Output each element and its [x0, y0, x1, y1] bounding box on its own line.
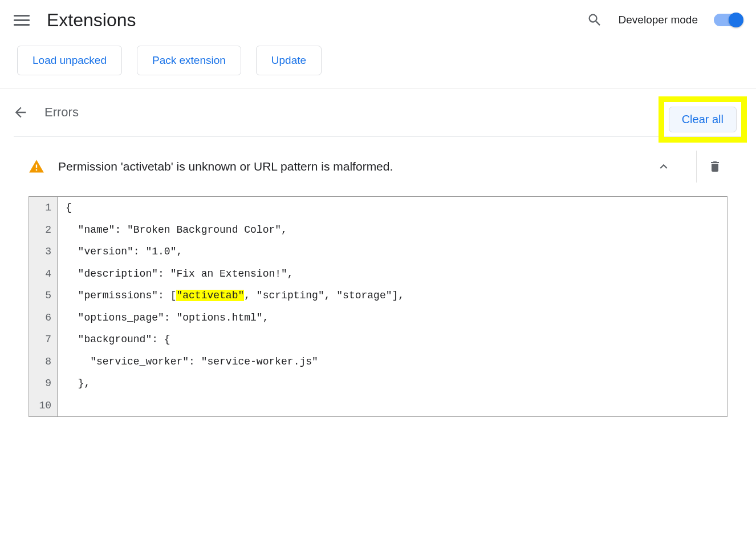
- line-number: 9: [35, 372, 51, 395]
- error-entry: Permission 'activetab' is unknown or URL…: [29, 137, 727, 196]
- code-line: "name": "Broken Background Color",: [66, 219, 404, 241]
- code-line: "background": {: [66, 329, 404, 351]
- load-unpacked-button[interactable]: Load unpacked: [17, 46, 122, 75]
- error-content: Permission 'activetab' is unknown or URL…: [0, 137, 756, 417]
- search-icon[interactable]: [587, 12, 603, 28]
- line-number: 10: [35, 395, 51, 417]
- line-number: 4: [35, 263, 51, 285]
- line-number: 2: [35, 219, 51, 241]
- code-content: { "name": "Broken Background Color", "ve…: [58, 197, 412, 416]
- developer-mode-label: Developer mode: [619, 14, 698, 26]
- action-buttons-row: Load unpacked Pack extension Update: [0, 40, 756, 88]
- highlighted-token: "activetab": [176, 290, 244, 301]
- back-arrow-icon[interactable]: [13, 104, 29, 120]
- line-number: 7: [35, 329, 51, 351]
- clear-all-button[interactable]: Clear all: [669, 107, 737, 132]
- errors-header: Errors Clear all: [0, 88, 756, 136]
- code-line: },: [66, 372, 404, 395]
- warning-icon: [29, 159, 44, 175]
- line-number: 1: [35, 197, 51, 219]
- code-line: "service_worker": "service-worker.js": [66, 351, 404, 373]
- chevron-up-icon[interactable]: [656, 159, 671, 174]
- vertical-divider: [696, 151, 697, 183]
- code-viewer: 12345678910 { "name": "Broken Background…: [29, 196, 727, 417]
- top-toolbar: Extensions Developer mode: [0, 0, 756, 40]
- menu-icon[interactable]: [14, 12, 30, 28]
- code-line: "description": "Fix an Extension!",: [66, 263, 404, 285]
- clear-all-highlight: Clear all: [659, 96, 747, 143]
- code-line: "permissions": ["activetab", "scripting"…: [66, 285, 404, 307]
- line-number: 8: [35, 351, 51, 373]
- code-line: {: [66, 197, 404, 219]
- update-button[interactable]: Update: [256, 46, 322, 75]
- line-gutter: 12345678910: [29, 197, 58, 416]
- code-line: [66, 395, 404, 417]
- pack-extension-button[interactable]: Pack extension: [137, 46, 241, 75]
- line-number: 6: [35, 307, 51, 329]
- line-number: 5: [35, 285, 51, 307]
- line-number: 3: [35, 241, 51, 263]
- error-message: Permission 'activetab' is unknown or URL…: [58, 160, 643, 173]
- trash-icon[interactable]: [708, 159, 722, 174]
- code-line: "options_page": "options.html",: [66, 307, 404, 329]
- developer-mode-toggle[interactable]: [714, 14, 742, 26]
- code-line: "version": "1.0",: [66, 241, 404, 263]
- errors-title: Errors: [44, 105, 79, 120]
- page-title: Extensions: [47, 10, 136, 31]
